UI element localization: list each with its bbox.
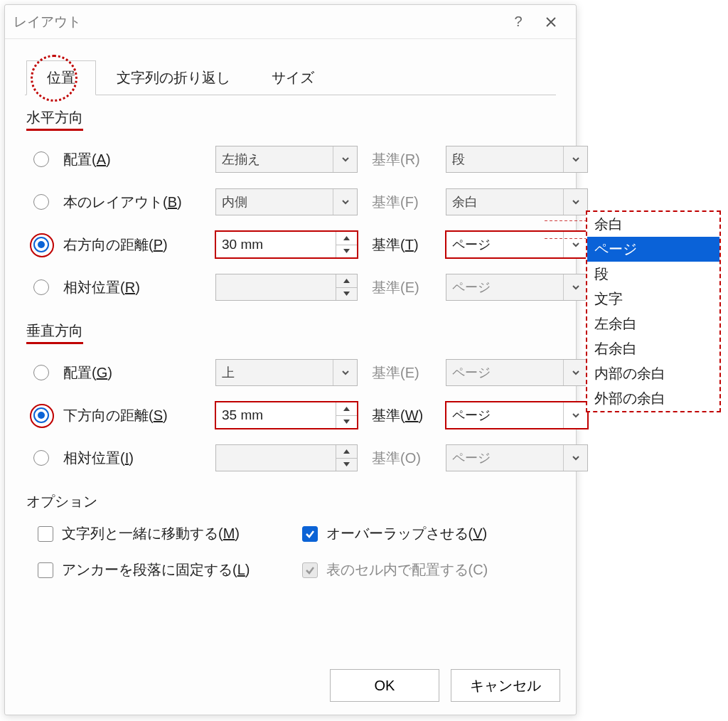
titlebar: レイアウト ?	[5, 5, 576, 39]
row-h-relative: 相対位置(R) 基準(E) ページ	[33, 273, 555, 301]
checkbox-move[interactable]	[38, 526, 53, 542]
radio-h-absolute-label: 右方向の距離(P)	[63, 235, 205, 255]
option-move-with-text[interactable]: 文字列と一緒に移動する(M)	[26, 524, 291, 543]
option-lock-anchor[interactable]: アンカーを段落に固定する(L)	[26, 560, 291, 580]
chevron-down-icon	[563, 274, 587, 300]
chevron-down-icon	[563, 360, 587, 385]
spinner-up[interactable]	[336, 274, 357, 288]
radio-v-align-label: 配置(G)	[63, 363, 205, 383]
option-allow-overlap[interactable]: オーバーラップさせる(V)	[291, 524, 555, 543]
spinner-up[interactable]	[336, 445, 357, 459]
chevron-down-icon	[563, 402, 587, 428]
radio-h-book-label: 本のレイアウト(B)	[63, 193, 205, 212]
radio-h-align-label: 配置(A)	[63, 150, 205, 169]
section-vertical: 垂直方向 配置(G) 上 基準(E) ページ 下方向の距離(S) 35 mm 基…	[26, 321, 555, 472]
select-h-relative-basis[interactable]: ページ	[446, 274, 588, 301]
dropdown-option[interactable]: 内部の余白	[587, 361, 719, 386]
chevron-down-icon	[563, 146, 587, 172]
label-v-relative-basis: 基準(O)	[368, 449, 436, 468]
row-v-relative: 相対位置(I) 基準(O) ページ	[33, 444, 555, 472]
spinner-v-absolute[interactable]: 35 mm	[215, 402, 358, 429]
checkbox-anchor-label: アンカーを段落に固定する(L)	[62, 560, 250, 580]
annotation-ring	[30, 233, 54, 257]
spinner-v-absolute-value: 35 mm	[216, 407, 336, 423]
select-h-book-basis[interactable]: 余白	[446, 188, 588, 215]
spinner-buttons	[336, 445, 357, 471]
row-h-align: 配置(A) 左揃え 基準(R) 段	[33, 145, 555, 173]
spinner-h-absolute[interactable]: 30 mm	[215, 231, 358, 258]
checkbox-overlap[interactable]	[302, 526, 318, 542]
checkbox-overlap-label: オーバーラップさせる(V)	[326, 524, 488, 543]
dropdown-option[interactable]: 段	[587, 262, 719, 287]
dropdown-option[interactable]: 左余白	[587, 311, 719, 336]
checkbox-move-label: 文字列と一緒に移動する(M)	[62, 524, 240, 543]
dialog-footer: OK キャンセル	[330, 669, 560, 702]
row-h-book: 本のレイアウト(B) 内側 基準(F) 余白	[33, 188, 555, 216]
spinner-buttons	[336, 402, 357, 428]
radio-v-relative[interactable]	[33, 450, 49, 466]
cancel-button[interactable]: キャンセル	[451, 669, 560, 702]
spinner-h-absolute-value: 30 mm	[216, 237, 336, 252]
spinner-buttons	[336, 232, 357, 257]
radio-v-align[interactable]	[33, 365, 49, 380]
dropdown-option[interactable]: 余白	[587, 212, 719, 237]
spinner-up[interactable]	[336, 232, 357, 245]
dialog-title: レイアウト	[14, 13, 502, 31]
spinner-buttons	[336, 274, 357, 300]
close-button[interactable]	[535, 8, 567, 36]
row-h-absolute: 右方向の距離(P) 30 mm 基準(T) ページ	[33, 230, 555, 259]
spinner-down[interactable]	[336, 459, 357, 471]
spinner-up[interactable]	[336, 402, 357, 416]
radio-h-relative[interactable]	[33, 279, 49, 295]
select-h-book-value[interactable]: 内側	[215, 188, 358, 215]
label-v-align-basis: 基準(E)	[368, 363, 436, 383]
chevron-down-icon	[563, 189, 587, 215]
checkbox-cell-label: 表のセル内で配置する(C)	[326, 560, 488, 580]
label-h-relative-basis: 基準(E)	[368, 278, 436, 297]
annotation-ring	[30, 404, 54, 428]
spinner-down[interactable]	[336, 416, 357, 429]
vertical-heading: 垂直方向	[26, 321, 83, 344]
ok-button[interactable]: OK	[330, 669, 439, 702]
chevron-down-icon	[563, 445, 587, 471]
radio-v-relative-label: 相対位置(I)	[63, 449, 205, 468]
select-v-align-basis[interactable]: ページ	[446, 359, 588, 386]
dropdown-basis-options: 余白ページ段文字左余白右余白内部の余白外部の余白	[586, 210, 721, 412]
tab-position[interactable]: 位置	[26, 60, 96, 95]
tabs: 位置 文字列の折り返し サイズ	[26, 60, 576, 95]
section-options: オプション 文字列と一緒に移動する(M) オーバーラップさせる(V) アンカーを…	[26, 492, 555, 580]
radio-h-book[interactable]	[33, 194, 49, 210]
chevron-down-icon	[333, 360, 357, 385]
option-layout-in-cell: 表のセル内で配置する(C)	[291, 560, 555, 580]
radio-h-align[interactable]	[33, 151, 49, 167]
select-h-align-value[interactable]: 左揃え	[215, 146, 358, 173]
radio-h-relative-label: 相対位置(R)	[63, 278, 205, 297]
spinner-down[interactable]	[336, 288, 357, 301]
tab-size[interactable]: サイズ	[251, 60, 335, 95]
radio-v-absolute[interactable]	[33, 407, 49, 423]
radio-h-absolute[interactable]	[33, 237, 49, 252]
help-button[interactable]: ?	[502, 8, 535, 36]
dropdown-option[interactable]: 右余白	[587, 336, 719, 361]
spinner-v-relative[interactable]	[215, 444, 358, 471]
select-h-align-basis[interactable]: 段	[446, 146, 588, 173]
dropdown-option[interactable]: ページ	[587, 237, 719, 262]
options-heading: オプション	[26, 492, 97, 511]
label-v-absolute-basis: 基準(W)	[368, 406, 436, 425]
spinner-h-relative[interactable]	[215, 274, 358, 301]
select-v-align-value[interactable]: 上	[215, 359, 358, 386]
tab-wrap[interactable]: 文字列の折り返し	[96, 60, 251, 95]
row-v-absolute: 下方向の距離(S) 35 mm 基準(W) ページ	[33, 401, 555, 429]
checkbox-anchor[interactable]	[38, 562, 53, 578]
label-h-absolute-basis: 基準(T)	[368, 235, 436, 255]
select-v-absolute-basis[interactable]: ページ	[446, 402, 588, 429]
dropdown-option[interactable]: 外部の余白	[587, 386, 719, 411]
radio-v-absolute-label: 下方向の距離(S)	[63, 406, 205, 425]
label-h-align-basis: 基準(R)	[368, 150, 436, 169]
dropdown-option[interactable]: 文字	[587, 287, 719, 311]
select-v-relative-basis[interactable]: ページ	[446, 444, 588, 471]
chevron-down-icon	[333, 146, 357, 172]
select-h-absolute-basis[interactable]: ページ	[446, 231, 588, 258]
label-h-book-basis: 基準(F)	[368, 193, 436, 212]
spinner-down[interactable]	[336, 245, 357, 258]
